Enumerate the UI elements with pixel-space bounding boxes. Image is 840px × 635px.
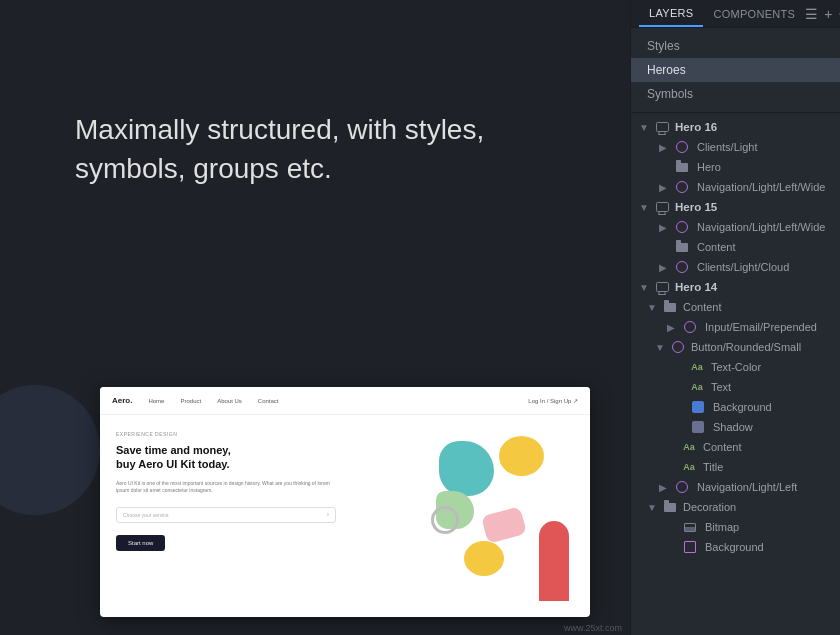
group-decoration[interactable]: ▼ Decoration (631, 497, 840, 517)
mini-logo: Aero. (112, 396, 132, 405)
group-icon-content15 (675, 240, 689, 254)
bg-icon-2 (683, 540, 697, 554)
tab-icons: ☰ + ⋯ (805, 7, 840, 21)
image-icon (683, 520, 697, 534)
mini-headline: Save time and money,buy Aero UI Kit toda… (116, 443, 336, 472)
layer-label-content-text: Content (703, 441, 742, 453)
layer-label-content15: Content (697, 241, 736, 253)
group-label-btn: Button/Rounded/Small (691, 341, 801, 353)
layer-content-text[interactable]: Aa Content (631, 437, 840, 457)
group-button-rounded[interactable]: ▼ Button/Rounded/Small (631, 337, 840, 357)
layer-label-nav2: Navigation/Light/Left/Wide (697, 221, 825, 233)
add-icon[interactable]: + (824, 7, 832, 21)
group-label-decoration: Decoration (683, 501, 736, 513)
layer-clients-light[interactable]: ▶ Clients/Light (631, 137, 840, 157)
right-panel: LAYERS COMPONENTS ☰ + ⋯ Styles Heroes Sy… (630, 0, 840, 635)
nav-styles[interactable]: Styles (631, 34, 840, 58)
layer-nav-light-left-wide-2[interactable]: ▶ Navigation/Light/Left/Wide (631, 217, 840, 237)
layer-label-shadow: Shadow (713, 421, 753, 433)
mini-nav-about: About Us (217, 398, 242, 404)
group-hero16[interactable]: ▼ Hero 16 (631, 117, 840, 137)
mini-input-placeholder: Choose your service (123, 512, 327, 518)
layer-label-clients-cloud: Clients/Light/Cloud (697, 261, 789, 273)
shadow-icon (691, 420, 705, 434)
component-icon-btn (671, 340, 685, 354)
bg-icon-1 (691, 400, 705, 414)
monitor-icon-hero14 (655, 280, 669, 294)
list-icon[interactable]: ☰ (805, 7, 818, 21)
nav-symbols[interactable]: Symbols (631, 82, 840, 106)
group-label-hero16: Hero 16 (675, 121, 717, 133)
canvas-main-text: Maximally structured, with styles, symbo… (75, 110, 555, 188)
layer-label-bg: Background (713, 401, 772, 413)
group-label-hero15: Hero 15 (675, 201, 717, 213)
mini-button[interactable]: Start now (116, 535, 165, 551)
mini-nav-contact: Contact (258, 398, 279, 404)
layer-nav-light-left-wide-1[interactable]: ▶ Navigation/Light/Left/Wide (631, 177, 840, 197)
layer-label-text: Text (711, 381, 731, 393)
layer-title[interactable]: Aa Title (631, 457, 840, 477)
group-hero14[interactable]: ▼ Hero 14 (631, 277, 840, 297)
layer-label-title: Title (703, 461, 723, 473)
layer-hero-group[interactable]: Hero (631, 157, 840, 177)
layer-text-color[interactable]: Aa Text-Color (631, 357, 840, 377)
layer-label-text-color: Text-Color (711, 361, 761, 373)
layer-content-15[interactable]: Content (631, 237, 840, 257)
shape-circle-outline (431, 506, 459, 534)
monitor-icon-hero16 (655, 120, 669, 134)
layer-shadow[interactable]: Shadow (631, 417, 840, 437)
group-icon-content14 (663, 300, 677, 314)
mini-body-text: Aero UI Kit is one of the most important… (116, 480, 336, 495)
layer-label-nav-light-left: Navigation/Light/Left (697, 481, 797, 493)
monitor-icon-hero15 (655, 200, 669, 214)
layer-tree: ▼ Hero 16 ▶ Clients/Light Hero ▶ Navigat… (631, 113, 840, 635)
group-icon-decoration (663, 500, 677, 514)
shape-yellow2 (464, 541, 504, 576)
layer-background-deco[interactable]: Background (631, 537, 840, 557)
circle-decoration (0, 385, 100, 515)
group-content-14[interactable]: ▼ Content (631, 297, 840, 317)
mini-input-arrow: › (327, 511, 329, 518)
group-icon-hero (675, 160, 689, 174)
shape-yellow (499, 436, 544, 476)
mini-tag: EXPERIENCE DESIGN (116, 431, 336, 437)
component-icon-2 (675, 180, 689, 194)
layer-input-email[interactable]: ▶ Input/Email/Prepended (631, 317, 840, 337)
nav-items: Styles Heroes Symbols (631, 28, 840, 113)
mini-nav: Aero. Home Product About Us Contact Log … (100, 387, 590, 415)
nav-heroes[interactable]: Heroes (631, 58, 840, 82)
mini-nav-product: Product (180, 398, 201, 404)
text-icon-3: Aa (682, 440, 696, 454)
layer-bitmap[interactable]: Bitmap (631, 517, 840, 537)
mini-left-content: EXPERIENCE DESIGN Save time and money,bu… (116, 431, 336, 601)
tab-layers[interactable]: LAYERS (639, 0, 703, 27)
layer-label-bg-deco: Background (705, 541, 764, 553)
text-icon-1: Aa (690, 360, 704, 374)
component-icon-5 (683, 320, 697, 334)
tab-components[interactable]: COMPONENTS (703, 0, 805, 27)
shape-pink-rect (481, 506, 527, 543)
chevron-hero14: ▼ (639, 282, 651, 293)
shape-red-partial (539, 521, 569, 601)
layer-clients-light-cloud[interactable]: ▶ Clients/Light/Cloud (631, 257, 840, 277)
layer-nav-light-left[interactable]: ▶ Navigation/Light/Left (631, 477, 840, 497)
shape-teal (439, 441, 494, 496)
layer-background[interactable]: Background (631, 397, 840, 417)
layer-text[interactable]: Aa Text (631, 377, 840, 397)
layer-label-1: Clients/Light (697, 141, 758, 153)
mini-website-preview: Aero. Home Product About Us Contact Log … (100, 387, 590, 617)
layer-label-hero: Hero (697, 161, 721, 173)
text-icon-4: Aa (682, 460, 696, 474)
mini-nav-right: Log In / Sign Up ↗ (528, 397, 578, 404)
layer-label-input-email: Input/Email/Prepended (705, 321, 817, 333)
canvas-area: Maximally structured, with styles, symbo… (0, 0, 630, 635)
group-label-hero14: Hero 14 (675, 281, 717, 293)
chevron-hero15: ▼ (639, 202, 651, 213)
mini-input[interactable]: Choose your service › (116, 507, 336, 523)
text-icon-2: Aa (690, 380, 704, 394)
group-label-content14: Content (683, 301, 722, 313)
layer-label-bitmap: Bitmap (705, 521, 739, 533)
watermark: www.25xt.com (564, 623, 622, 633)
group-hero15[interactable]: ▼ Hero 15 (631, 197, 840, 217)
component-icon-4 (675, 260, 689, 274)
